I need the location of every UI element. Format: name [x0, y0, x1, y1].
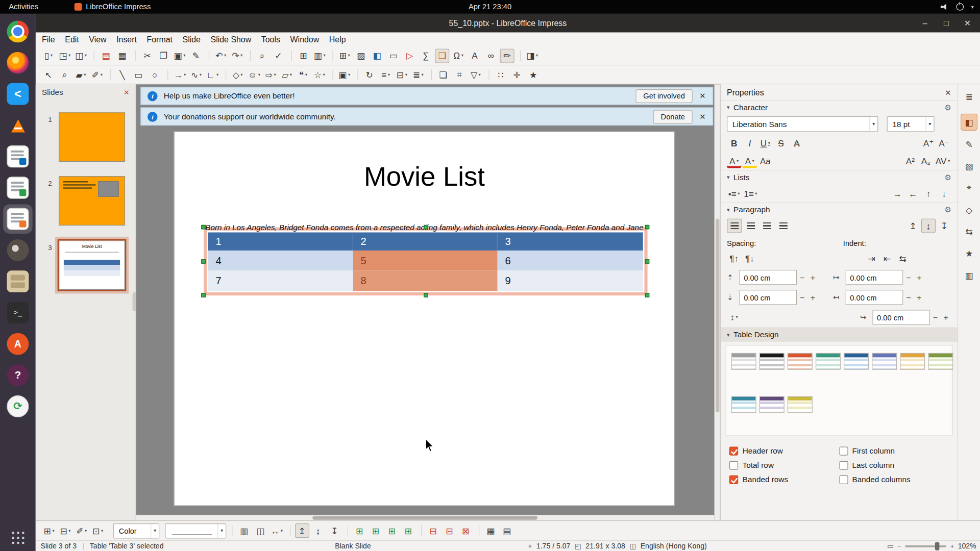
select-table-icon[interactable]: ▦ — [483, 523, 498, 538]
section-paragraph[interactable]: ▾ Paragraph ⚙ — [721, 203, 958, 217]
font-size-combo[interactable]: 18 pt▾ — [887, 116, 935, 132]
align-bottom-icon[interactable]: ↧ — [327, 523, 341, 538]
dock-files[interactable] — [3, 267, 33, 296]
more-options-icon[interactable]: ⚙ — [944, 173, 951, 182]
infobar-close-icon[interactable] — [699, 112, 705, 121]
open-icon[interactable]: ◳ — [58, 48, 72, 63]
clock[interactable]: Apr 21 23:40 — [469, 3, 511, 11]
fill-style-select[interactable]: ▾ — [165, 523, 226, 538]
table-style-yellow[interactable] — [788, 396, 813, 413]
decrease-stepper[interactable]: − — [797, 293, 807, 302]
spelling-icon[interactable]: ✓ — [271, 48, 285, 63]
center-vertically-icon[interactable]: ↨ — [311, 523, 325, 538]
shadow-icon[interactable]: ❏ — [436, 67, 450, 82]
insert-text-box-icon[interactable]: ▭ — [386, 48, 401, 63]
copy-icon[interactable]: ❐ — [156, 48, 170, 63]
insert-column-after-icon[interactable]: ⊞ — [401, 523, 415, 538]
section-table-design[interactable]: ▾ Table Design — [721, 328, 958, 342]
table-style-purple[interactable] — [760, 396, 785, 413]
menu-help[interactable]: Help — [324, 34, 351, 45]
slides-panel-close-icon[interactable] — [124, 88, 129, 96]
table-properties-icon[interactable]: ▤ — [500, 523, 514, 538]
align-objects-icon[interactable]: ≡ — [379, 67, 393, 82]
selection-handle[interactable] — [424, 225, 428, 230]
table-style-indigo[interactable] — [872, 353, 897, 370]
insert-row-above-icon[interactable]: ⊞ — [352, 523, 366, 538]
lines-arrows-icon[interactable]: → — [173, 67, 187, 82]
tab-properties[interactable]: ◧ — [961, 114, 977, 131]
slide-thumbnail-1[interactable] — [59, 112, 125, 162]
insert-image-icon[interactable]: ▨ — [354, 48, 368, 63]
border-color-icon[interactable]: ✐ — [75, 523, 89, 538]
spacing-below-field[interactable]: 0.00 cm — [740, 290, 797, 305]
dock-libreoffice-calc[interactable] — [3, 173, 33, 203]
system-tray[interactable]: ▾ — [941, 3, 974, 11]
dock-help[interactable] — [3, 361, 33, 390]
promote-icon[interactable]: ← — [905, 186, 920, 201]
dock-settings[interactable] — [3, 392, 33, 421]
flowchart-icon[interactable]: ▱ — [280, 67, 294, 82]
animation-icon[interactable]: ★ — [526, 67, 540, 82]
menu-format[interactable]: Format — [142, 34, 178, 45]
tab-styles[interactable]: ✎ — [961, 136, 977, 153]
decrease-paragraph-spacing-icon[interactable]: ¶↓ — [743, 251, 757, 265]
table-style-black[interactable] — [760, 353, 785, 370]
bold-icon[interactable]: B — [727, 136, 741, 150]
chevron-down-icon[interactable]: ▾ — [925, 117, 934, 131]
table-style-teal[interactable] — [731, 396, 756, 413]
horizontal-scrollbar[interactable] — [136, 515, 715, 520]
dock-firefox[interactable] — [3, 48, 33, 78]
symbol-shapes-icon[interactable]: ☺ — [247, 67, 261, 82]
dock-vlc[interactable] — [3, 111, 33, 140]
merge-cells-icon[interactable]: ▥ — [237, 523, 251, 538]
increase-font-size-icon[interactable]: A⁺ — [921, 136, 936, 150]
zoom-slider[interactable] — [905, 545, 946, 547]
section-lists[interactable]: ▾ Lists ⚙ — [721, 170, 958, 184]
find-replace-icon[interactable]: ⌕ — [255, 48, 270, 63]
sidebar-settings-icon[interactable]: ≣ — [961, 88, 977, 105]
decrease-indent-icon[interactable]: ⇤ — [880, 251, 894, 265]
table-cell[interactable]: 6 — [498, 251, 643, 270]
3d-objects-icon[interactable]: ▣ — [337, 67, 352, 82]
table-cell[interactable]: 1 — [208, 233, 353, 251]
tab-slide-transition[interactable]: ⇆ — [961, 223, 977, 240]
toggle-shadow-icon[interactable]: A — [790, 136, 804, 150]
tab-animation[interactable]: ★ — [961, 245, 977, 262]
move-down-icon[interactable]: ↓ — [937, 186, 951, 201]
ellipse-icon[interactable]: ○ — [148, 67, 162, 82]
indent-before-field[interactable]: 0.00 cm — [846, 270, 903, 285]
fontwork-icon[interactable]: A — [468, 48, 482, 63]
menu-slide-show[interactable]: Slide Show — [206, 34, 256, 45]
selection-handle[interactable] — [424, 293, 428, 297]
increase-stepper[interactable]: + — [941, 313, 951, 322]
infobar-close-icon[interactable] — [699, 91, 705, 100]
zoom-in-icon[interactable]: + — [950, 542, 954, 550]
decrease-font-size-icon[interactable]: A⁻ — [937, 136, 951, 150]
menu-window[interactable]: Window — [285, 34, 324, 45]
table-style-green[interactable] — [816, 353, 841, 370]
tab-master-slides[interactable]: ▥ — [961, 267, 977, 284]
border-style-icon[interactable]: ⊟ — [58, 523, 72, 538]
focused-app-menu[interactable]: LibreOffice Impress — [75, 3, 151, 11]
filter-icon[interactable]: ▽ — [469, 67, 483, 82]
close-button[interactable] — [963, 18, 973, 28]
tab-shapes[interactable]: ◇ — [961, 201, 977, 218]
dock-libreoffice-impress[interactable] — [3, 204, 33, 234]
select-icon[interactable]: ↖ — [41, 67, 56, 82]
split-cells-icon[interactable]: ◫ — [253, 523, 267, 538]
glue-points-icon[interactable]: ✛ — [510, 67, 524, 82]
undo-icon[interactable]: ↶ — [214, 48, 228, 63]
selection-handle[interactable] — [201, 225, 206, 230]
status-size[interactable]: 21.91 x 3.08 — [585, 542, 625, 550]
align-right-icon[interactable] — [760, 219, 774, 233]
table-cell[interactable]: 4 — [208, 251, 353, 270]
dock-terminal[interactable] — [3, 298, 33, 328]
selection-handle[interactable] — [645, 259, 650, 264]
ordered-list-icon[interactable]: 1≡ — [743, 186, 758, 201]
increase-indent-icon[interactable]: ⇥ — [864, 251, 878, 265]
table-cell-selected[interactable]: 5 — [353, 251, 498, 270]
selection-handle[interactable] — [645, 225, 650, 230]
insert-comment-icon[interactable]: ❑ — [435, 48, 449, 63]
highlight-color-icon[interactable]: A — [743, 154, 757, 168]
increase-stepper[interactable]: + — [807, 293, 818, 302]
